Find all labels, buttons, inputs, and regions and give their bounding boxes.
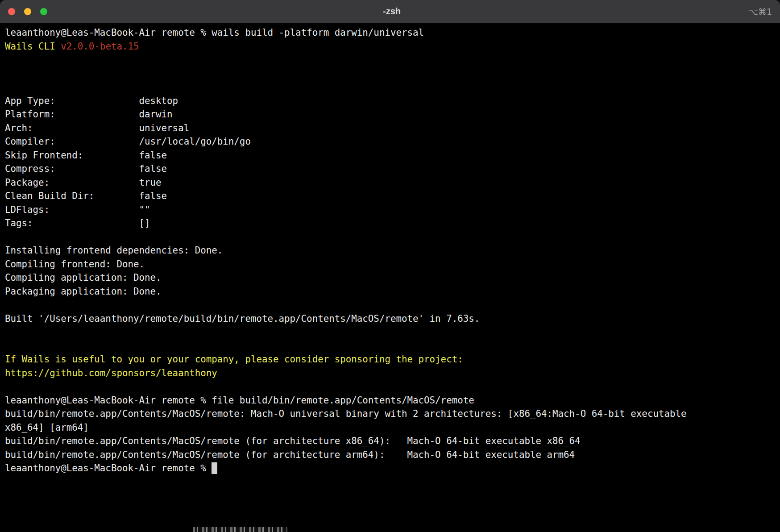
sponsor-message: If Wails is useful to you or your compan… (5, 353, 780, 366)
prompt-command-build: leaanthony@Leas-MacBook-Air remote % wai… (5, 26, 780, 40)
text-segment: x86_64] [arm64] (5, 422, 89, 433)
terminal-cursor (212, 462, 217, 474)
terminal-line (5, 339, 780, 353)
text-segment: Compiling frontend: Done. (5, 259, 145, 270)
text-segment: LDFlags: (5, 203, 139, 217)
window-shortcut-hint: ⌥⌘1 (736, 7, 772, 17)
config-compress: Compress:false (5, 162, 780, 176)
minimize-button[interactable] (24, 8, 31, 15)
text-segment: Built '/Users/leaanthony/remote/build/bi… (5, 313, 480, 324)
config-clean-build-dir: Clean Build Dir:false (5, 189, 780, 203)
zoom-button[interactable] (40, 8, 47, 15)
text-segment: App Type: (5, 94, 139, 108)
text-segment: false (139, 163, 167, 174)
text-segment: build/bin/remote.app/Contents/MacOS/remo… (5, 434, 407, 448)
text-segment: Packaging application: Done. (5, 286, 162, 297)
text-segment: If Wails is useful to you or your compan… (5, 354, 463, 365)
text-segment: Wails CLI (5, 41, 61, 52)
text-segment: Skip Frontend: (5, 149, 139, 162)
text-segment: Installing frontend dependencies: Done. (5, 245, 223, 256)
text-segment: desktop (139, 96, 178, 106)
text-segment: universal (139, 123, 189, 133)
window-title: -zsh (47, 6, 736, 17)
text-segment: true (139, 177, 161, 188)
terminal-line (5, 230, 780, 244)
text-segment: Compress: (5, 162, 139, 176)
step-packaging-application: Packaging application: Done. (5, 285, 780, 299)
text-segment: Package: (5, 176, 139, 190)
terminal-output[interactable]: leaanthony@Leas-MacBook-Air remote % wai… (0, 23, 780, 532)
wails-version-line: Wails CLI v2.0.0-beta.15 (5, 40, 780, 54)
traffic-lights (8, 8, 47, 15)
step-compiling-frontend: Compiling frontend: Done. (5, 258, 780, 271)
sponsor-link-line: https://github.com/sponsors/leaanthony (5, 366, 780, 380)
file-output-universal-wrap: x86_64] [arm64] (5, 421, 780, 435)
clipped-background-content (193, 527, 287, 532)
text-segment: Mach-O 64-bit executable x86_64 (407, 436, 580, 446)
text-segment: "" (139, 204, 150, 215)
text-segment: Arch: (5, 121, 139, 135)
prompt-current: leaanthony@Leas-MacBook-Air remote % (5, 461, 780, 475)
text-segment: false (139, 150, 167, 161)
terminal-line (5, 53, 780, 67)
close-button[interactable] (8, 8, 15, 15)
terminal-line (5, 80, 780, 94)
text-segment: false (139, 191, 167, 201)
text-segment: build/bin/remote.app/Contents/MacOS/remo… (5, 408, 687, 419)
text-segment: darwin (139, 109, 172, 120)
text-segment: /usr/local/go/bin/go (139, 136, 250, 147)
text-segment: Tags: (5, 216, 139, 230)
text-segment: leaanthony@Leas-MacBook-Air remote % fil… (5, 395, 474, 406)
text-segment: Compiling application: Done. (5, 272, 162, 283)
build-result: Built '/Users/leaanthony/remote/build/bi… (5, 312, 780, 326)
text-segment: Compiler: (5, 135, 139, 149)
config-compiler: Compiler:/usr/local/go/bin/go (5, 135, 780, 149)
terminal-line (5, 325, 780, 339)
config-tags: Tags:[] (5, 216, 780, 230)
terminal-line (5, 67, 780, 81)
config-platform: Platform:darwin (5, 108, 780, 121)
prompt-command-file: leaanthony@Leas-MacBook-Air remote % fil… (5, 394, 780, 407)
window-titlebar[interactable]: -zsh ⌥⌘1 (0, 0, 780, 23)
text-segment: [] (139, 218, 150, 229)
text-segment: Clean Build Dir: (5, 189, 139, 203)
config-arch: Arch:universal (5, 121, 780, 135)
text-segment: Platform: (5, 108, 139, 121)
sponsor-link[interactable]: https://github.com/sponsors/leaanthony (5, 368, 217, 378)
terminal-line (5, 298, 780, 312)
file-output-x86: build/bin/remote.app/Contents/MacOS/remo… (5, 434, 780, 448)
terminal-line (5, 380, 780, 394)
terminal-window: -zsh ⌥⌘1 leaanthony@Leas-MacBook-Air rem… (0, 0, 780, 532)
config-app-type: App Type:desktop (5, 94, 780, 108)
config-ldflags: LDFlags:"" (5, 203, 780, 217)
step-installing-frontend: Installing frontend dependencies: Done. (5, 244, 780, 258)
text-segment: leaanthony@Leas-MacBook-Air remote % wai… (5, 27, 424, 38)
text-segment: leaanthony@Leas-MacBook-Air remote % (5, 463, 212, 474)
text-segment: build/bin/remote.app/Contents/MacOS/remo… (5, 448, 407, 462)
step-compiling-application: Compiling application: Done. (5, 271, 780, 285)
text-segment: v2.0.0-beta.15 (61, 41, 139, 52)
file-output-arm64: build/bin/remote.app/Contents/MacOS/remo… (5, 448, 780, 462)
file-output-universal: build/bin/remote.app/Contents/MacOS/remo… (5, 407, 780, 421)
config-skip-frontend: Skip Frontend:false (5, 149, 780, 162)
config-package: Package:true (5, 176, 780, 190)
text-segment: Mach-O 64-bit executable arm64 (407, 449, 575, 460)
